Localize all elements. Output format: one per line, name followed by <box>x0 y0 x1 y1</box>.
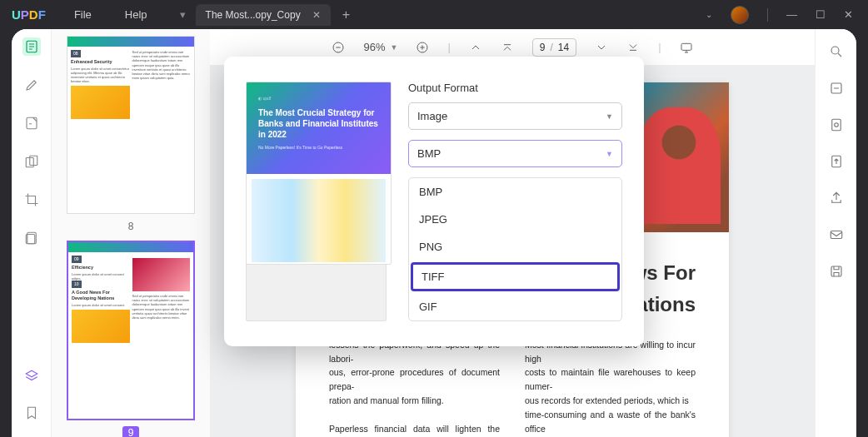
image-type-dropdown: BMP JPEG PNG TIFF GIF <box>408 177 622 321</box>
output-format-label: Output Format <box>408 82 622 94</box>
chevron-down-icon: ▼ <box>606 112 613 121</box>
modal-backdrop: ◐ updf The Most Crucial Strategy for Ban… <box>0 0 868 437</box>
export-modal: ◐ updf The Most Crucial Strategy for Ban… <box>224 57 644 346</box>
dropdown-option-png[interactable]: PNG <box>409 233 621 261</box>
dropdown-option-bmp[interactable]: BMP <box>409 178 621 206</box>
modal-preview: ◐ updf The Most Crucial Strategy for Ban… <box>246 82 392 321</box>
output-format-select[interactable]: Image ▼ <box>408 102 622 130</box>
dropdown-option-jpeg[interactable]: JPEG <box>409 206 621 233</box>
chevron-down-icon: ▼ <box>606 150 613 158</box>
modal-form: Output Format Image ▼ BMP ▼ BMP JPEG PNG… <box>408 82 622 321</box>
dropdown-option-tiff[interactable]: TIFF <box>411 262 620 291</box>
image-type-select[interactable]: BMP ▼ <box>408 140 622 167</box>
dropdown-option-gif[interactable]: GIF <box>409 293 621 320</box>
